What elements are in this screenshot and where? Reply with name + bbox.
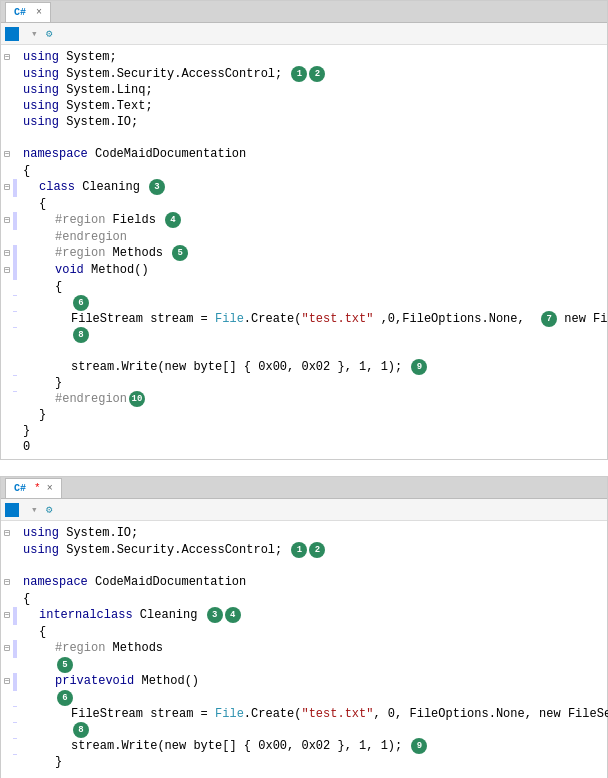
gutter-collapse[interactable]: ⊟ bbox=[1, 640, 13, 657]
line-content: FileStream stream = File.Create("test.tx… bbox=[23, 706, 608, 722]
gutter-collapse[interactable]: ⊟ bbox=[1, 146, 13, 163]
gutter-collapse[interactable]: ⊟ bbox=[1, 525, 13, 542]
gutter-line-indicator bbox=[13, 179, 17, 196]
line-content: 5 bbox=[23, 657, 607, 673]
gutter-collapse[interactable] bbox=[1, 98, 13, 99]
code-line: { bbox=[1, 279, 607, 295]
line-content: } bbox=[23, 375, 607, 391]
tab-cleaning-after[interactable]: C# * bbox=[5, 478, 62, 498]
code-line: ⊟#region Methods 5 bbox=[1, 245, 607, 262]
line-content: namespace CodeMaidDocumentation bbox=[23, 146, 607, 162]
gutter-line-indicator bbox=[13, 130, 17, 131]
gutter-line-indicator bbox=[13, 327, 17, 328]
gutter-collapse[interactable] bbox=[1, 279, 13, 280]
gutter-line-indicator bbox=[13, 591, 17, 592]
gutter-line-indicator bbox=[13, 624, 17, 625]
gutter-line-indicator bbox=[13, 574, 17, 591]
gutter-collapse[interactable]: ⊟ bbox=[1, 574, 13, 591]
gutter-collapse[interactable] bbox=[1, 311, 13, 312]
gutter-collapse[interactable] bbox=[1, 327, 13, 328]
gutter-line-indicator bbox=[13, 295, 17, 296]
code-line: { bbox=[1, 591, 607, 607]
gutter-collapse[interactable] bbox=[1, 229, 13, 230]
gutter-collapse[interactable] bbox=[1, 722, 13, 723]
gutter-collapse[interactable] bbox=[1, 591, 13, 592]
gutter-collapse[interactable] bbox=[1, 66, 13, 67]
line-content: internal class Cleaning 34 bbox=[23, 607, 607, 623]
line-content: #region Methods bbox=[23, 640, 607, 656]
gutter-line-indicator bbox=[13, 82, 17, 83]
address-bar-after: ▾ ⚙ bbox=[1, 499, 607, 521]
gutter-collapse[interactable] bbox=[1, 624, 13, 625]
gutter-collapse[interactable] bbox=[1, 359, 13, 360]
gutter-collapse[interactable]: ⊟ bbox=[1, 212, 13, 229]
gutter-collapse[interactable] bbox=[1, 114, 13, 115]
tab-cleaning-before[interactable]: C# bbox=[5, 2, 51, 22]
gutter-line-indicator bbox=[13, 722, 17, 723]
code-line: using System.Security.AccessControl; 12 bbox=[1, 542, 607, 558]
line-content: 0 bbox=[23, 439, 607, 455]
gutter-collapse[interactable] bbox=[1, 439, 13, 440]
tab-bar-before: C# bbox=[1, 1, 607, 23]
line-content: #region Fields 4 bbox=[23, 212, 607, 228]
code-line: { bbox=[1, 624, 607, 640]
gutter-line-indicator bbox=[13, 738, 17, 739]
gutter-line-indicator bbox=[13, 262, 17, 279]
gutter-line-indicator bbox=[13, 229, 17, 230]
gutter-collapse[interactable] bbox=[1, 391, 13, 392]
line-content: } bbox=[23, 407, 607, 423]
gutter-collapse[interactable] bbox=[1, 130, 13, 131]
tab-close-after[interactable] bbox=[47, 483, 53, 494]
code-line: ⊟using System.IO; bbox=[1, 525, 607, 542]
editor-before: C# ▾ ⚙ ⊟using System;using System.Securi… bbox=[0, 0, 608, 460]
gutter-line-indicator bbox=[13, 542, 17, 543]
gutter-line-indicator bbox=[13, 375, 17, 376]
gutter-line-indicator bbox=[13, 770, 17, 771]
gutter-collapse[interactable] bbox=[1, 196, 13, 197]
gutter-collapse[interactable] bbox=[1, 423, 13, 424]
gutter-collapse[interactable]: ⊟ bbox=[1, 179, 13, 196]
code-line: ⊟namespace CodeMaidDocumentation bbox=[1, 146, 607, 163]
addr-icon-before bbox=[5, 27, 19, 41]
gutter-collapse[interactable] bbox=[1, 407, 13, 408]
addr-right-after: ⚙ bbox=[46, 503, 59, 516]
gutter-line-indicator bbox=[13, 196, 17, 197]
line-content: 8 bbox=[23, 327, 607, 343]
gutter-collapse[interactable]: ⊟ bbox=[1, 245, 13, 262]
line-content: { bbox=[23, 279, 607, 295]
gutter-collapse[interactable]: ⊟ bbox=[1, 607, 13, 624]
gutter-collapse[interactable] bbox=[1, 542, 13, 543]
gutter-line-indicator bbox=[13, 391, 17, 392]
code-area-before: ⊟using System;using System.Security.Acce… bbox=[1, 45, 607, 459]
code-line bbox=[1, 130, 607, 146]
gutter-collapse[interactable] bbox=[1, 558, 13, 559]
line-content: } bbox=[23, 754, 607, 770]
gutter-collapse[interactable] bbox=[1, 754, 13, 755]
code-line: using System.Linq; bbox=[1, 82, 607, 98]
code-line: } bbox=[1, 407, 607, 423]
gutter-collapse[interactable]: ⊟ bbox=[1, 49, 13, 66]
gutter-line-indicator bbox=[13, 407, 17, 408]
code-line: ⊟#region Methods bbox=[1, 640, 607, 657]
gutter-line-indicator bbox=[13, 311, 17, 312]
gutter-collapse[interactable] bbox=[1, 343, 13, 344]
gutter-collapse[interactable]: ⊟ bbox=[1, 262, 13, 279]
gutter-line-indicator bbox=[13, 640, 17, 657]
tab-close-before[interactable] bbox=[36, 7, 42, 18]
gutter-collapse[interactable] bbox=[1, 690, 13, 691]
code-line: #endregion bbox=[1, 229, 607, 245]
code-line: 8 bbox=[1, 722, 607, 738]
code-line: ⊟#region Fields 4 bbox=[1, 212, 607, 229]
gutter-collapse[interactable] bbox=[1, 375, 13, 376]
gutter-collapse[interactable] bbox=[1, 738, 13, 739]
line-content: using System.Security.AccessControl; 12 bbox=[23, 542, 607, 558]
code-line: 8 bbox=[1, 327, 607, 343]
gutter-collapse[interactable] bbox=[1, 163, 13, 164]
gutter-collapse[interactable] bbox=[1, 295, 13, 296]
gutter-collapse[interactable] bbox=[1, 706, 13, 707]
gutter-collapse[interactable] bbox=[1, 657, 13, 658]
gutter-collapse[interactable] bbox=[1, 82, 13, 83]
gutter-collapse[interactable]: ⊟ bbox=[1, 673, 13, 690]
gutter-collapse[interactable] bbox=[1, 770, 13, 771]
code-line: 5 bbox=[1, 657, 607, 673]
